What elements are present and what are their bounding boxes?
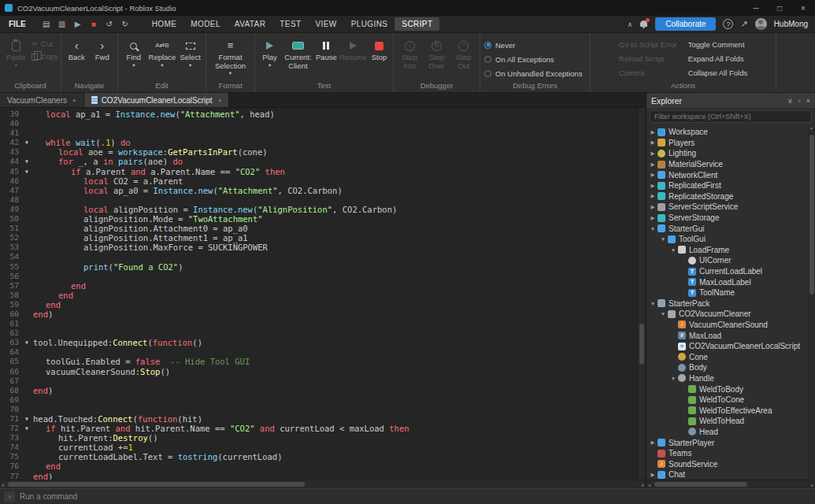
replace-button[interactable]: A⇄B Replace ▾ xyxy=(147,35,178,68)
user-avatar[interactable] xyxy=(755,18,767,30)
chevron-right-icon[interactable]: ▶ xyxy=(649,183,657,189)
scrollbar-thumb[interactable] xyxy=(654,482,747,487)
fold-arrow-icon[interactable]: ▼ xyxy=(20,138,33,147)
code-line[interactable]: 65toolGui.Enabled = false -- Hide Tool G… xyxy=(0,357,637,366)
chevron-right-icon[interactable]: ▶ xyxy=(649,439,657,446)
explorer-horizontal-scrollbar[interactable]: ◂ ▸ xyxy=(646,480,815,488)
tree-item-replicatedstorage[interactable]: ▶ReplicatedStorage xyxy=(646,191,815,202)
code-line[interactable]: 51alignPosition.Attachment0 = ap_a0 xyxy=(0,224,637,233)
chevron-down-icon[interactable]: ▼ xyxy=(669,247,677,253)
code-line[interactable]: 67 xyxy=(0,376,637,386)
scroll-right-icon[interactable]: ▸ xyxy=(811,482,813,487)
tree-item-soundservice[interactable]: ♪SoundService xyxy=(646,458,815,469)
line-number[interactable]: 52 xyxy=(0,233,20,243)
code-line[interactable]: 64 xyxy=(0,347,637,357)
tree-item-handle[interactable]: ▼Handle xyxy=(646,373,815,384)
tree-item-cone[interactable]: Cone xyxy=(646,351,815,362)
radio-icon[interactable] xyxy=(484,56,491,63)
menu-tab-plugins[interactable]: PLUGINS xyxy=(344,17,395,31)
line-number[interactable]: 50 xyxy=(0,214,20,224)
fold-arrow-icon[interactable]: ▼ xyxy=(20,167,33,176)
collapse-ribbon-icon[interactable]: ∧ xyxy=(628,20,633,28)
menu-tab-model[interactable]: MODEL xyxy=(183,17,228,31)
line-number[interactable]: 64 xyxy=(0,347,20,357)
step-into-button[interactable]: ↓ Step Into xyxy=(396,35,423,70)
code-line[interactable]: 68end) xyxy=(0,386,637,395)
code-line[interactable]: 48 xyxy=(0,195,637,205)
editor-tab-vacuumcleaners[interactable]: VacuumCleaners× xyxy=(0,93,84,107)
line-number[interactable]: 56 xyxy=(0,272,20,281)
tree-item-weldtocone[interactable]: WeldToCone xyxy=(646,395,815,406)
code-line[interactable]: 39local ap_a1 = Instance.new("Attachment… xyxy=(0,109,637,119)
tree-item-startergui[interactable]: ▼StarterGui xyxy=(646,223,815,234)
code-line[interactable]: 45▼if a.Parent and a.Parent.Name == "CO2… xyxy=(0,167,637,176)
stop-button[interactable]: Stop xyxy=(368,35,391,62)
editor-tab-co2vacuumcleanerlocalscript[interactable]: CO2VacuumCleanerLocalScript× xyxy=(84,93,230,107)
line-number[interactable]: 62 xyxy=(0,328,20,338)
chevron-down-icon[interactable]: ▼ xyxy=(649,226,657,232)
tree-item-body[interactable]: Body xyxy=(646,362,815,373)
line-number[interactable]: 60 xyxy=(0,309,20,319)
tree-item-replicatedfirst[interactable]: ▶ReplicatedFirst xyxy=(646,180,815,191)
chevron-down-icon[interactable]: ▼ xyxy=(649,301,657,306)
paste-icon[interactable]: ▥ xyxy=(55,20,69,28)
explorer-vertical-scrollbar[interactable]: ▲ xyxy=(808,125,815,480)
minimize-button[interactable]: ─ xyxy=(744,0,768,16)
code-line[interactable]: 66vacuumCleanerSound:Stop() xyxy=(0,367,637,376)
code-line[interactable]: 54 xyxy=(0,252,637,261)
menu-tab-avatar[interactable]: AVATAR xyxy=(228,17,272,31)
tree-item-chat[interactable]: ▶Chat xyxy=(646,469,815,480)
run-command-input[interactable] xyxy=(20,492,811,501)
line-number[interactable]: 48 xyxy=(0,195,20,205)
tree-item-networkclient[interactable]: ▶NetworkClient xyxy=(646,169,815,180)
play-icon[interactable]: ▶ xyxy=(71,20,85,28)
code-line[interactable]: 72▼if hit.Parent and hit.Parent.Name == … xyxy=(0,424,637,433)
scroll-left-icon[interactable]: ◂ xyxy=(648,482,650,487)
tree-item-weldtoeffectivearea[interactable]: WeldToEffectiveArea xyxy=(646,405,815,416)
debug-option-never[interactable]: Never xyxy=(484,39,586,50)
tree-item-weldtobody[interactable]: WeldToBody xyxy=(646,384,815,395)
line-number[interactable]: 55 xyxy=(0,262,20,272)
line-number[interactable]: 40 xyxy=(0,119,20,128)
scrollbar-thumb[interactable] xyxy=(8,482,305,487)
cut-button[interactable]: ✂ Cut xyxy=(31,39,58,48)
line-number[interactable]: 41 xyxy=(0,128,20,138)
help-icon[interactable]: ? xyxy=(723,19,733,29)
line-number[interactable]: 75 xyxy=(0,452,20,461)
code-line[interactable]: 55print("Found a CO2") xyxy=(0,262,637,272)
tree-item-toolname[interactable]: TToolName xyxy=(646,287,815,298)
menu-tab-view[interactable]: VIEW xyxy=(308,17,343,31)
code-line[interactable]: 77end) xyxy=(0,472,637,480)
tree-item-starterplayer[interactable]: ▶StarterPlayer xyxy=(646,437,815,448)
chevron-right-icon[interactable]: ▶ xyxy=(649,472,657,478)
chevron-right-icon[interactable]: ▶ xyxy=(649,139,657,146)
line-number[interactable]: 70 xyxy=(0,405,20,414)
radio-icon[interactable] xyxy=(484,42,491,49)
tree-item-currentloadlabel[interactable]: TCurrentLoadLabel xyxy=(646,266,815,277)
undo-icon[interactable]: ↺ xyxy=(102,20,117,28)
code-line[interactable]: 70 xyxy=(0,405,637,414)
select-button[interactable]: Select ▾ xyxy=(177,35,203,68)
back-button[interactable]: ‹ Back xyxy=(64,35,90,62)
step-out-button[interactable]: ↑ Step Out xyxy=(450,35,477,70)
scroll-up-icon[interactable]: ▲ xyxy=(809,125,813,130)
save-icon[interactable]: ▤ xyxy=(39,20,54,28)
tree-item-serverscriptservice[interactable]: ▶ServerScriptService xyxy=(646,202,815,213)
tree-item-teams[interactable]: Teams xyxy=(646,448,815,459)
editor-horizontal-scrollbar[interactable]: ◂ ▸ xyxy=(0,480,646,488)
code-line[interactable]: 50alignPosition.Mode = "TwoAttachment" xyxy=(0,214,637,224)
code-line[interactable]: 42▼while wait(.1) do xyxy=(0,138,637,147)
code-line[interactable]: 62 xyxy=(0,328,637,338)
code-line[interactable]: 75currentLoadLabel.Text = tostring(curre… xyxy=(0,452,637,461)
code-line[interactable]: 76end xyxy=(0,461,637,471)
line-number[interactable]: 66 xyxy=(0,367,20,376)
line-number[interactable]: 72 xyxy=(0,424,20,433)
tree-item-serverstorage[interactable]: ▶ServerStorage xyxy=(646,213,815,224)
chevron-right-icon[interactable]: ▶ xyxy=(649,129,657,135)
close-panel-icon[interactable]: × xyxy=(806,97,810,105)
line-number[interactable]: 45 xyxy=(0,167,20,176)
line-number[interactable]: 57 xyxy=(0,281,20,291)
chevron-right-icon[interactable]: ▶ xyxy=(649,193,657,199)
chevron-down-icon[interactable]: ∨ xyxy=(787,97,793,105)
code-line[interactable]: 41 xyxy=(0,128,637,138)
